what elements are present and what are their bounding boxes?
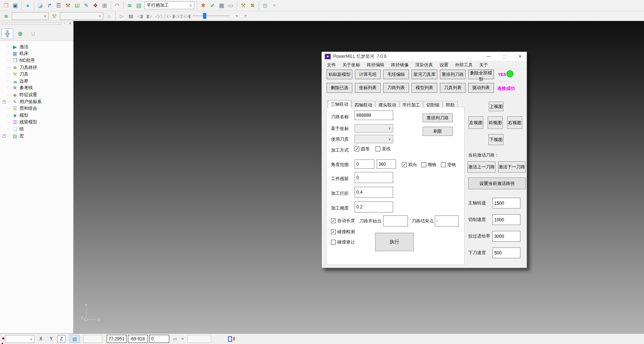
stepover-input[interactable] — [355, 187, 393, 198]
action-button[interactable]: 粘贴新模型 — [327, 70, 352, 79]
climb-mill-checkbox[interactable]: ✓顺铣 — [421, 162, 437, 168]
shaded-view-icon[interactable]: ● — [23, 1, 32, 10]
pause-button[interactable]: ▮▮ — [126, 11, 135, 20]
close-simulation-toolbar-icon[interactable]: × — [241, 11, 250, 20]
axis-x-button[interactable]: X — [37, 335, 45, 343]
explorer-recycle-bin-icon[interactable]: ∪ — [27, 28, 39, 39]
collision-check-icon[interactable]: ◠ — [113, 1, 122, 10]
based-coord-dropdown[interactable]: ∨ — [355, 124, 393, 133]
axis-z-button[interactable]: Z — [57, 335, 65, 343]
collision-avoid-checkbox[interactable]: ✓碰撞避让 — [331, 239, 355, 245]
tree-item[interactable]: + ❒ NC程序 — [1, 57, 73, 64]
panel-close-icon[interactable]: × — [68, 21, 72, 26]
tree-item[interactable]: + ≋ 刀具路径 — [1, 64, 73, 71]
expand-plus-icon[interactable]: + — [3, 134, 6, 138]
tool-ball-icon[interactable]: ⚒ — [63, 1, 72, 10]
minimize-button[interactable]: — — [482, 52, 495, 61]
save-project-icon[interactable]: ▣ — [11, 1, 20, 10]
calculator-icon[interactable]: ▦ — [217, 1, 226, 10]
menu-item[interactable]: 渲染仿真 — [412, 61, 436, 69]
left-view-button[interactable]: 左视图 — [469, 116, 483, 129]
collision-check-checkbox[interactable]: ✓碰撞检测 — [331, 229, 355, 235]
set-active-path-button[interactable]: 设置当前激活路径 — [468, 178, 526, 189]
refresh-button[interactable]: 刷新 — [423, 127, 453, 136]
circle-checkbox[interactable]: ✓圆形 — [355, 146, 370, 152]
simulation-toolpath-dropdown[interactable]: ∨ — [12, 12, 49, 20]
tree-item[interactable]: + ▤ 宏 — [1, 133, 73, 140]
execute-button[interactable]: 执行 — [375, 233, 414, 251]
compare-cylinders-icon[interactable]: ◫ — [260, 1, 270, 10]
action-button[interactable]: 刀具列表 — [440, 83, 466, 93]
tool-check-icon[interactable]: ✔ — [208, 1, 217, 10]
bottom-view-button[interactable]: 下视图 — [488, 134, 504, 145]
top-view-button[interactable]: 上视图 — [489, 102, 504, 111]
pattern-draw-icon[interactable]: ✎ — [82, 1, 91, 10]
rearrange-toolpath-button[interactable]: 重排列刀路 — [423, 113, 453, 122]
ruler-icon[interactable]: ▭ — [226, 1, 235, 10]
action-button[interactable]: 驱动列表 — [468, 83, 494, 93]
stock-remain-input[interactable] — [355, 172, 393, 183]
tree-item[interactable]: + ☁ 边界 — [1, 78, 73, 85]
tree-item[interactable]: + ⚒ 刀具 — [1, 71, 73, 78]
auto-length-checkbox[interactable]: ✓自动长度 — [331, 218, 355, 224]
workplane-dropdown[interactable]: ∨ — [5, 335, 35, 343]
tree-item[interactable]: + ▶ 激活 — [1, 43, 73, 50]
menu-item[interactable]: 关于坐标 — [339, 61, 363, 69]
tree-item[interactable]: + ☰ 残留模型 — [1, 119, 73, 126]
close-button[interactable]: × — [513, 52, 527, 61]
bidirectional-checkbox[interactable]: ✓双向 — [402, 162, 417, 168]
transform-icon[interactable]: ✖ — [248, 1, 257, 10]
tree-item[interactable]: + ☰ 层和组合 — [1, 105, 73, 112]
step-back-button[interactable]: ◁▮ — [135, 11, 145, 20]
use-tool-dropdown[interactable]: ∨ — [355, 135, 393, 143]
param-input[interactable] — [492, 198, 520, 208]
feeds-speeds-icon[interactable]: ☰ — [54, 1, 63, 10]
action-button[interactable]: 毛坯编辑 — [383, 70, 409, 79]
action-button[interactable]: 模型列表 — [412, 83, 437, 93]
action-button[interactable]: 刀路列表 — [383, 83, 409, 93]
grid-toggle-icon[interactable]: ▦ — [70, 335, 79, 343]
tolerance-input[interactable] — [355, 201, 393, 213]
tree-item[interactable]: + ✎ 用户坐标系 — [1, 98, 73, 105]
menu-item[interactable]: 路径镜像 — [388, 61, 412, 69]
tree-item[interactable]: + ■ 模型 — [1, 112, 73, 119]
param-input[interactable] — [492, 248, 520, 258]
tool-burst-icon[interactable]: ✱ — [199, 1, 208, 10]
angle-from-input[interactable] — [355, 159, 374, 169]
tree-item[interactable]: + ▦ 机床 — [1, 50, 73, 57]
tool-holder-icon[interactable]: ⊞ — [100, 1, 109, 10]
toolpath-name-input[interactable] — [355, 110, 393, 120]
go-start-button[interactable]: ▮◁◁ — [172, 11, 181, 20]
panel-header[interactable]: ▫ × — [0, 21, 73, 27]
open-project-icon[interactable]: ❐ — [1, 1, 11, 10]
dialog-title-bar[interactable]: ✦ PowerMILL 忆梦星河 7.0.6 — ▢ × — [322, 52, 527, 61]
rapid-move-icon[interactable]: ↱ — [45, 1, 54, 10]
close-toolbar-icon[interactable]: × — [270, 1, 279, 10]
panel-float-icon[interactable]: ▫ — [62, 21, 67, 26]
lightbulb-icon[interactable]: ☼ — [104, 11, 114, 20]
simulation-tool-dropdown[interactable]: ∨ — [60, 12, 103, 20]
param-input[interactable] — [492, 231, 520, 242]
start-point-input[interactable] — [383, 215, 408, 227]
rewind-button[interactable]: ◁◁ — [154, 11, 163, 20]
strategy-preset-dropdown[interactable]: 平行精加工 ∨ — [145, 1, 194, 9]
play-button[interactable]: ▷ — [117, 11, 126, 20]
tree-item[interactable]: + ❏ 组 — [1, 126, 73, 133]
action-button[interactable]: 星河刀具库 — [412, 70, 437, 79]
simulation-speed-slider[interactable] — [193, 12, 230, 20]
maximize-button[interactable]: ▢ — [498, 52, 511, 61]
explorer-globe-icon[interactable]: ⊕ — [14, 28, 26, 39]
expand-plus-icon[interactable]: + — [3, 100, 6, 103]
step-forward-button[interactable]: ▮▷ — [145, 11, 154, 20]
menu-item[interactable]: 关于 — [476, 61, 491, 69]
front-view-button[interactable]: 前视图 — [488, 116, 503, 129]
action-button[interactable]: 计算毛坯 — [355, 70, 381, 79]
activate-next-toolpath-button[interactable]: 激活下一刀路 — [498, 161, 526, 173]
leads-links-icon[interactable]: Ш — [72, 1, 82, 10]
slider-handle[interactable] — [203, 13, 206, 19]
menu-item[interactable]: 外部工具 — [452, 61, 476, 69]
menu-item[interactable]: 文件 — [324, 61, 339, 69]
go-end-button[interactable]: ▷▷▮ — [181, 11, 191, 20]
strategy-list-icon[interactable]: ▤ — [134, 1, 143, 10]
conventional-mill-checkbox[interactable]: ✓逆铣 — [441, 162, 456, 168]
